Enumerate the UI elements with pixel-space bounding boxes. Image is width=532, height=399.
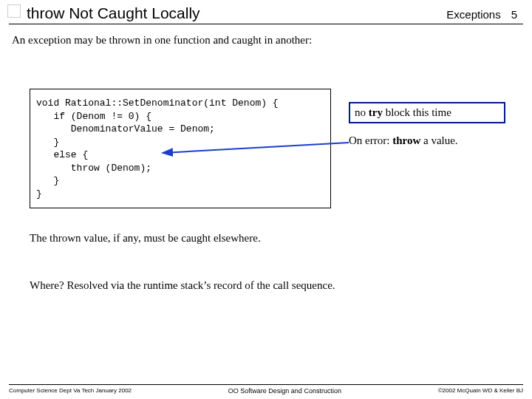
footer-left: Computer Science Dept Va Tech January 20… xyxy=(9,387,132,394)
footer-right: ©2002 McQuain WD & Keller BJ xyxy=(438,387,523,394)
footer-center: OO Software Design and Construction xyxy=(228,387,341,395)
thrown-value-text: The thrown value, if any, must be caught… xyxy=(30,232,261,245)
code-block: void Rational::SetDenominator(int Denom)… xyxy=(30,89,331,208)
note-on-error: On error: throw a value. xyxy=(349,134,494,147)
note1-suffix: block this time xyxy=(383,106,451,118)
note1-bold: try xyxy=(369,106,383,118)
slide-header: throw Not Caught Locally Exceptions 5 xyxy=(27,4,517,22)
slide-bullet-icon xyxy=(7,4,21,18)
note2-prefix: On error: xyxy=(349,134,392,146)
where-text: Where? Resolved via the runtime stack’s … xyxy=(30,279,335,292)
note1-prefix: no xyxy=(355,106,369,118)
topic-label: Exceptions xyxy=(446,8,500,21)
page-number: 5 xyxy=(511,8,517,21)
intro-text: An exception may be thrown in one functi… xyxy=(12,34,312,47)
note2-suffix: a value. xyxy=(420,134,457,146)
header-rule xyxy=(9,24,523,24)
note2-bold: throw xyxy=(392,134,420,146)
slide-header-right: Exceptions 5 xyxy=(446,8,517,21)
slide-title: throw Not Caught Locally xyxy=(27,4,200,22)
footer: Computer Science Dept Va Tech January 20… xyxy=(9,384,523,395)
note-no-try: no try block this time xyxy=(349,102,505,123)
